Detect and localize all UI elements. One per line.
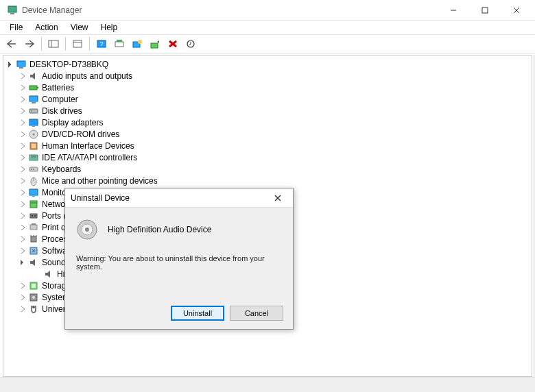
svg-rect-24 (29, 96, 38, 101)
device-icon (28, 140, 39, 151)
expand-icon[interactable] (19, 154, 27, 162)
expand-icon[interactable] (19, 282, 27, 290)
svg-point-65 (85, 228, 89, 232)
uninstall-device-button[interactable] (165, 36, 180, 51)
svg-rect-22 (29, 86, 37, 90)
svg-point-27 (31, 110, 32, 112)
device-icon (28, 280, 39, 291)
svg-rect-16 (151, 43, 158, 48)
toolbar-separator (41, 37, 42, 51)
device-icon (28, 245, 39, 256)
minimize-button[interactable] (438, 0, 469, 21)
expand-icon[interactable] (19, 235, 27, 243)
tree-category-label: Computer (42, 95, 78, 104)
device-icon (28, 129, 39, 140)
menu-action[interactable]: Action (29, 21, 63, 34)
expand-icon[interactable] (19, 84, 27, 92)
expand-icon[interactable] (19, 107, 27, 115)
dialog-body: High Definition Audio Device Warning: Yo… (65, 208, 293, 276)
help-button[interactable]: ? (94, 36, 109, 51)
expand-icon[interactable] (19, 305, 27, 313)
back-button[interactable] (4, 36, 19, 51)
device-icon (28, 82, 39, 93)
expand-icon[interactable] (19, 258, 27, 267)
expand-icon[interactable] (19, 188, 27, 197)
svg-rect-50 (32, 223, 36, 225)
tree-category-label: DVD/CD-ROM drives (42, 130, 119, 139)
svg-point-15 (138, 40, 142, 44)
update-driver-button[interactable] (130, 36, 145, 51)
dialog-close-button[interactable] (268, 191, 287, 205)
svg-rect-39 (33, 169, 34, 170)
install-legacy-button[interactable] (147, 36, 163, 51)
expand-icon[interactable] (6, 60, 14, 69)
device-icon (28, 187, 39, 198)
expand-icon[interactable] (19, 119, 27, 127)
tree-root[interactable]: DESKTOP-D738BKQ (3, 58, 532, 70)
expand-icon[interactable] (19, 130, 27, 138)
tree-category[interactable]: Display adapters (3, 117, 532, 128)
titlebar: Device Manager (0, 0, 535, 21)
device-icon (28, 292, 39, 303)
expand-icon[interactable] (19, 142, 27, 150)
expand-icon[interactable] (19, 212, 27, 220)
expand-icon[interactable] (19, 72, 27, 80)
device-icon (28, 234, 39, 245)
svg-point-60 (32, 306, 35, 308)
dialog-device-row: High Definition Audio Device (76, 219, 282, 241)
tree-category[interactable]: DVD/CD-ROM drives (3, 128, 532, 140)
tree-category[interactable]: Human Interface Devices (3, 140, 532, 151)
svg-rect-51 (31, 236, 36, 242)
svg-rect-8 (73, 40, 82, 47)
spacer (34, 270, 42, 278)
toolbar: ? (0, 34, 535, 53)
dialog-device-name: High Definition Audio Device (108, 225, 211, 234)
menu-view[interactable]: View (65, 21, 94, 34)
tree-category[interactable]: Audio inputs and outputs (3, 70, 532, 82)
tree-category[interactable]: Batteries (3, 82, 532, 93)
properties-button[interactable] (70, 36, 85, 51)
computer-icon (16, 59, 27, 70)
expand-icon[interactable] (19, 247, 27, 255)
dialog-title: Uninstall Device (71, 193, 268, 203)
device-icon (28, 257, 39, 268)
tree-category[interactable]: Keyboards (3, 163, 532, 175)
expand-icon[interactable] (19, 200, 27, 208)
device-icon (28, 152, 39, 163)
tree-category-label: Disk drives (42, 106, 82, 116)
cancel-button[interactable]: Cancel (230, 306, 283, 321)
tree-category[interactable]: Disk drives (3, 105, 532, 117)
tree-category-label: Display adapters (42, 118, 103, 127)
forward-button[interactable] (22, 36, 37, 51)
tree-category[interactable]: IDE ATA/ATAPI controllers (3, 151, 532, 163)
speaker-icon (76, 219, 98, 241)
expand-icon[interactable] (19, 177, 27, 185)
tree-category-label: Keyboards (42, 164, 81, 174)
tree-category[interactable]: Mice and other pointing devices (3, 175, 532, 186)
device-icon (28, 210, 39, 221)
close-button[interactable] (501, 0, 532, 21)
uninstall-button[interactable]: Uninstall (171, 306, 224, 321)
svg-point-48 (34, 215, 36, 217)
tree-category-label: Human Interface Devices (42, 141, 134, 151)
device-icon (28, 71, 39, 82)
svg-rect-23 (37, 87, 38, 88)
maximize-button[interactable] (469, 0, 501, 21)
window-buttons (438, 0, 532, 21)
svg-point-47 (32, 215, 33, 217)
scan-hardware-button[interactable] (112, 36, 127, 51)
expand-icon[interactable] (19, 95, 27, 103)
device-manager-icon (7, 5, 18, 16)
dialog-titlebar: Uninstall Device (65, 188, 293, 208)
device-icon (28, 94, 39, 105)
tree-category[interactable]: Computer (3, 93, 532, 105)
show-hide-tree-button[interactable] (46, 36, 61, 51)
scan-changes-button[interactable] (183, 36, 198, 51)
tree-category-label: Batteries (42, 83, 74, 93)
expand-icon[interactable] (19, 223, 27, 232)
expand-icon[interactable] (19, 165, 27, 173)
expand-icon[interactable] (19, 293, 27, 302)
menu-help[interactable]: Help (95, 21, 123, 34)
tree-category-label: Audio inputs and outputs (42, 71, 132, 81)
menu-file[interactable]: File (4, 21, 28, 34)
